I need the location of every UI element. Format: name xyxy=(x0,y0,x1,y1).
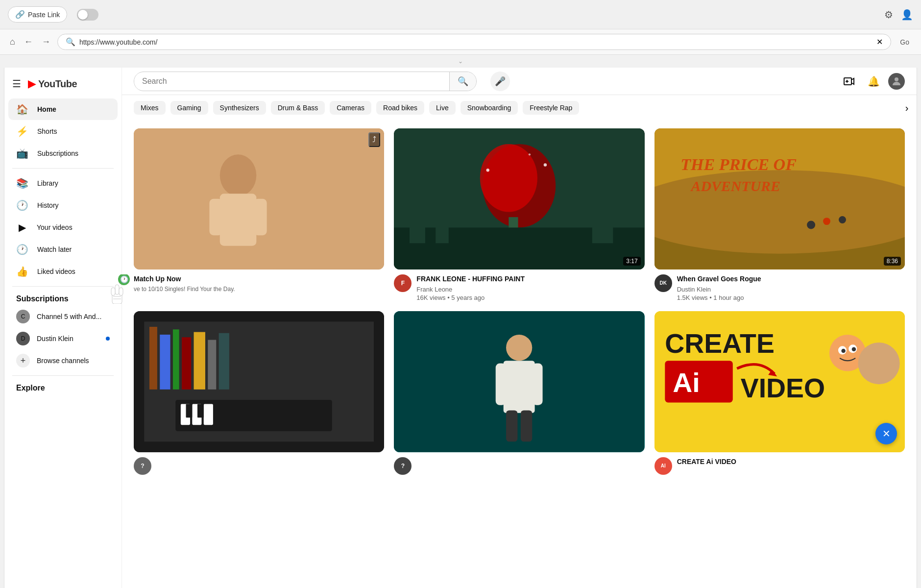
settings-icon[interactable]: ⚙ xyxy=(884,9,893,21)
notifications-button[interactable]: 🔔 xyxy=(864,72,883,91)
svg-rect-40 xyxy=(204,404,213,425)
svg-rect-6 xyxy=(220,194,257,246)
svg-rect-47 xyxy=(496,364,506,405)
video-details-2: FRANK LEONE - HUFFING PAINT Frank Leone … xyxy=(416,274,644,302)
video-duration-2: 3:17 xyxy=(623,257,640,266)
new-dot-indicator xyxy=(106,337,110,341)
topbar-right: ⚙ 👤 xyxy=(884,9,913,21)
paste-link-label: Paste Link xyxy=(28,11,60,19)
address-bar: 🔍 https://www.youtube.com/ ✕ xyxy=(57,34,891,50)
svg-rect-34 xyxy=(194,332,205,390)
yt-search-bar: 🔍 xyxy=(134,72,477,91)
sidebar-item-watch-later[interactable]: 🕐 Watch later xyxy=(8,239,118,260)
svg-point-13 xyxy=(486,169,489,172)
go-button[interactable]: Go xyxy=(896,36,913,48)
create-video-button[interactable] xyxy=(839,72,859,91)
chip-freestyle-rap[interactable]: Freestyle Rap xyxy=(523,101,579,115)
yt-logo-icon: ▶ xyxy=(28,77,36,90)
home-label: Home xyxy=(37,105,56,113)
close-badge-button[interactable]: ✕ xyxy=(875,423,897,444)
sidebar-divider-3 xyxy=(12,375,114,376)
sidebar-item-history[interactable]: 🕐 History xyxy=(8,195,118,216)
paste-link-button[interactable]: 🔗 Paste Link xyxy=(8,6,67,23)
video-channel-3: Dustin Klein xyxy=(677,286,905,293)
yt-logo-text: YouTube xyxy=(38,78,77,90)
svg-point-14 xyxy=(544,163,547,166)
sidebar-item-browse-channels[interactable]: + Browse channels xyxy=(8,350,118,371)
video-title-1: Match Up Now xyxy=(134,274,366,284)
user-avatar[interactable] xyxy=(888,73,905,90)
video-meta-2: 16K views • 5 years ago xyxy=(416,294,644,301)
channel-avatar-2: F xyxy=(394,274,412,292)
yt-nav-right: 🔔 xyxy=(839,72,905,91)
svg-point-58 xyxy=(858,343,899,384)
home-nav-button[interactable]: ⌂ xyxy=(8,35,17,49)
svg-rect-36 xyxy=(219,333,229,390)
chip-drum-bass[interactable]: Drum & Bass xyxy=(271,101,325,115)
video-title-6: CREATE Ai VIDEO xyxy=(677,457,905,467)
svg-rect-32 xyxy=(173,330,179,390)
chip-mixes[interactable]: Mixes xyxy=(134,101,166,115)
close-address-icon[interactable]: ✕ xyxy=(876,37,883,47)
video-thumb-4 xyxy=(134,311,384,452)
your-videos-label: Your videos xyxy=(37,223,73,231)
yt-search-input[interactable] xyxy=(134,73,449,90)
video-info-5: ? xyxy=(394,452,644,475)
history-label: History xyxy=(37,201,59,209)
sidebar-item-library[interactable]: 📚 Library xyxy=(8,172,118,194)
svg-rect-48 xyxy=(533,364,543,405)
back-button[interactable]: ← xyxy=(22,35,35,49)
video-card-4[interactable]: ? xyxy=(134,311,384,475)
video-card-5[interactable]: ? xyxy=(394,311,644,475)
toggle-switch[interactable] xyxy=(77,9,98,21)
sidebar-item-subscriptions[interactable]: 📺 Subscriptions xyxy=(8,143,118,164)
svg-rect-42 xyxy=(197,404,204,418)
ch5-label: Channel 5 with And... xyxy=(37,313,101,320)
library-label: Library xyxy=(37,179,58,187)
yt-logo[interactable]: ▶ YouTube xyxy=(28,77,77,90)
video-info-4: ? xyxy=(134,452,384,475)
url-input[interactable]: https://www.youtube.com/ xyxy=(79,38,873,46)
video-thumb-3: THE PRICE OF ADVENTURE 8:36 xyxy=(654,128,905,270)
chevron-down-indicator: ⌄ xyxy=(0,55,921,68)
sidebar: ☰ ▶ YouTube 🏠 Home ⚡ Shorts 📺 Subscripti… xyxy=(4,68,122,588)
svg-rect-31 xyxy=(160,335,170,390)
svg-rect-19 xyxy=(592,212,613,243)
video-details-5 xyxy=(416,457,644,475)
chip-live[interactable]: Live xyxy=(429,101,456,115)
forward-button[interactable]: → xyxy=(40,35,52,49)
video-external-link-1[interactable]: ⤴ xyxy=(368,132,380,147)
chip-snowboarding[interactable]: Snowboarding xyxy=(460,101,518,115)
yt-mic-button[interactable]: 🎤 xyxy=(490,72,510,91)
home-icon: 🏠 xyxy=(16,103,28,115)
yt-topnav: 🔍 🎤 🔔 xyxy=(122,68,917,95)
video-card-1[interactable]: ⤴ Match Up Now ve to 10/10 Singles! Find… xyxy=(134,128,384,301)
liked-videos-label: Liked videos xyxy=(37,268,75,275)
chip-cameras[interactable]: Cameras xyxy=(330,101,371,115)
video-card-6[interactable]: CREATE Ai VIDEO xyxy=(654,311,905,475)
video-meta-3: 1.5K views • 1 hour ago xyxy=(677,294,905,301)
svg-text:ADVENTURE: ADVENTURE xyxy=(690,178,780,194)
chip-gaming[interactable]: Gaming xyxy=(170,101,208,115)
browse-channels-icon: + xyxy=(16,354,30,368)
browse-channels-label: Browse channels xyxy=(37,357,89,365)
sidebar-item-liked-videos[interactable]: 👍 Liked videos xyxy=(8,261,118,282)
video-thumb-1: ⤴ xyxy=(134,128,384,270)
chips-next-button[interactable]: › xyxy=(897,98,917,118)
chip-synthesizers[interactable]: Synthesizers xyxy=(213,101,266,115)
sidebar-item-home[interactable]: 🏠 Home xyxy=(8,98,118,120)
video-card-3[interactable]: THE PRICE OF ADVENTURE 8:36 DK When Grav… xyxy=(654,128,905,301)
watch-later-label: Watch later xyxy=(37,245,72,253)
video-card-2[interactable]: 3:17 F FRANK LEONE - HUFFING PAINT Frank… xyxy=(394,128,644,301)
sidebar-item-ch5[interactable]: C Channel 5 with And... xyxy=(8,306,118,327)
chip-road-bikes[interactable]: Road bikes xyxy=(376,101,424,115)
sidebar-item-dustin-klein[interactable]: D Dustin Klein xyxy=(8,328,118,349)
svg-rect-41 xyxy=(186,404,193,418)
sidebar-item-your-videos[interactable]: ▶ Your videos xyxy=(8,217,118,238)
hamburger-icon[interactable]: ☰ xyxy=(12,78,21,90)
sidebar-divider-1 xyxy=(12,168,114,169)
yt-header: ☰ ▶ YouTube xyxy=(4,72,121,98)
yt-search-button[interactable]: 🔍 xyxy=(449,72,476,91)
sidebar-item-shorts[interactable]: ⚡ Shorts xyxy=(8,121,118,142)
profile-icon[interactable]: 👤 xyxy=(901,9,913,21)
